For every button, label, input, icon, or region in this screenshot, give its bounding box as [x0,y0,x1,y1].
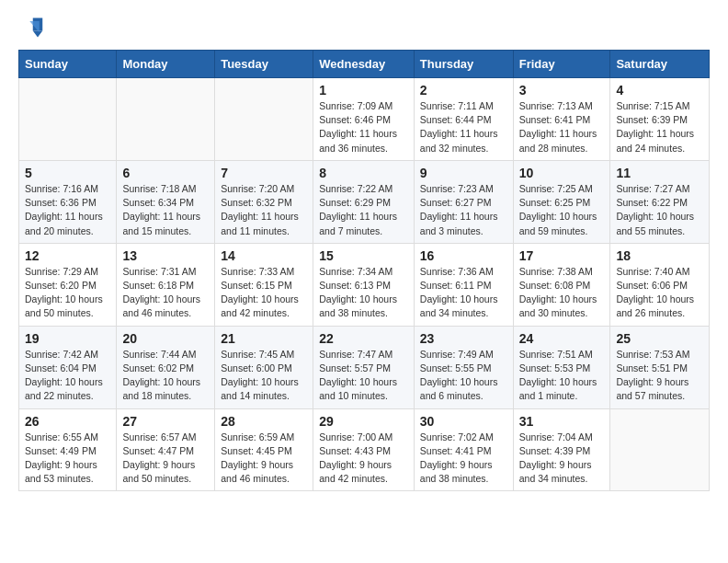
day-number: 3 [519,83,605,98]
calendar-cell: 19Sunrise: 7:42 AM Sunset: 6:04 PM Dayli… [19,326,117,408]
calendar-cell: 25Sunrise: 7:53 AM Sunset: 5:51 PM Dayli… [610,326,710,408]
day-info: Sunrise: 7:44 AM Sunset: 6:02 PM Dayligh… [122,348,209,404]
day-number: 17 [519,248,605,263]
day-number: 10 [519,166,605,180]
day-number: 4 [616,83,703,98]
day-number: 24 [519,331,605,346]
day-info: Sunrise: 7:09 AM Sunset: 6:46 PM Dayligh… [319,99,408,155]
day-info: Sunrise: 7:15 AM Sunset: 6:39 PM Dayligh… [616,99,703,155]
calendar-cell: 21Sunrise: 7:45 AM Sunset: 6:00 PM Dayli… [215,326,313,408]
day-number: 23 [420,331,507,346]
day-info: Sunrise: 7:49 AM Sunset: 5:55 PM Dayligh… [420,348,507,404]
calendar-cell: 11Sunrise: 7:27 AM Sunset: 6:22 PM Dayli… [610,160,710,243]
day-number: 22 [319,331,408,346]
calendar-cell: 31Sunrise: 7:04 AM Sunset: 4:39 PM Dayli… [513,408,610,491]
day-info: Sunrise: 7:51 AM Sunset: 5:53 PM Dayligh… [519,348,605,404]
page: SundayMondayTuesdayWednesdayThursdayFrid… [0,0,728,506]
calendar-cell: 28Sunrise: 6:59 AM Sunset: 4:45 PM Dayli… [215,408,313,491]
calendar-cell: 29Sunrise: 7:00 AM Sunset: 4:43 PM Dayli… [313,408,415,491]
calendar-cell: 26Sunrise: 6:55 AM Sunset: 4:49 PM Dayli… [19,408,117,491]
day-number: 9 [420,166,507,180]
day-info: Sunrise: 7:25 AM Sunset: 6:25 PM Dayligh… [519,182,605,238]
day-number: 25 [616,331,703,346]
week-row-2: 5Sunrise: 7:16 AM Sunset: 6:36 PM Daylig… [19,160,710,243]
day-number: 20 [122,331,209,346]
day-info: Sunrise: 7:22 AM Sunset: 6:29 PM Dayligh… [319,182,408,238]
day-number: 1 [319,83,408,98]
header [18,15,710,40]
day-info: Sunrise: 7:31 AM Sunset: 6:18 PM Dayligh… [122,265,209,321]
day-number: 29 [319,414,408,429]
day-info: Sunrise: 7:02 AM Sunset: 4:41 PM Dayligh… [420,431,507,487]
day-number: 7 [221,166,307,180]
day-info: Sunrise: 7:29 AM Sunset: 6:20 PM Dayligh… [25,265,110,321]
day-number: 31 [519,414,605,429]
day-number: 6 [122,166,209,180]
day-info: Sunrise: 7:40 AM Sunset: 6:06 PM Dayligh… [616,265,703,321]
day-info: Sunrise: 7:36 AM Sunset: 6:11 PM Dayligh… [420,265,507,321]
day-number: 16 [420,248,507,263]
weekday-header-wednesday: Wednesday [313,51,415,78]
day-info: Sunrise: 7:13 AM Sunset: 6:41 PM Dayligh… [519,99,605,155]
calendar-cell: 22Sunrise: 7:47 AM Sunset: 5:57 PM Dayli… [313,326,415,408]
day-info: Sunrise: 7:42 AM Sunset: 6:04 PM Dayligh… [25,348,110,404]
weekday-header-thursday: Thursday [414,51,513,78]
calendar-cell: 7Sunrise: 7:20 AM Sunset: 6:32 PM Daylig… [215,160,313,243]
day-number: 28 [221,414,307,429]
calendar-cell: 13Sunrise: 7:31 AM Sunset: 6:18 PM Dayli… [117,243,215,326]
day-number: 15 [319,248,408,263]
day-number: 27 [122,414,209,429]
calendar-cell: 27Sunrise: 6:57 AM Sunset: 4:47 PM Dayli… [117,408,215,491]
calendar-cell: 5Sunrise: 7:16 AM Sunset: 6:36 PM Daylig… [19,160,117,243]
calendar-cell: 9Sunrise: 7:23 AM Sunset: 6:27 PM Daylig… [414,160,513,243]
calendar-cell: 8Sunrise: 7:22 AM Sunset: 6:29 PM Daylig… [313,160,415,243]
day-number: 12 [25,248,110,263]
calendar-cell: 17Sunrise: 7:38 AM Sunset: 6:08 PM Dayli… [513,243,610,326]
day-info: Sunrise: 7:20 AM Sunset: 6:32 PM Dayligh… [221,182,307,238]
day-info: Sunrise: 7:23 AM Sunset: 6:27 PM Dayligh… [420,182,507,238]
week-row-5: 26Sunrise: 6:55 AM Sunset: 4:49 PM Dayli… [19,408,710,491]
calendar-cell: 20Sunrise: 7:44 AM Sunset: 6:02 PM Dayli… [117,326,215,408]
weekday-header-friday: Friday [513,51,610,78]
calendar-cell [610,408,710,491]
day-info: Sunrise: 7:11 AM Sunset: 6:44 PM Dayligh… [420,99,507,155]
day-info: Sunrise: 7:33 AM Sunset: 6:15 PM Dayligh… [221,265,307,321]
day-info: Sunrise: 7:47 AM Sunset: 5:57 PM Dayligh… [319,348,408,404]
weekday-header-tuesday: Tuesday [215,51,313,78]
calendar-cell: 18Sunrise: 7:40 AM Sunset: 6:06 PM Dayli… [610,243,710,326]
day-number: 11 [616,166,703,180]
week-row-3: 12Sunrise: 7:29 AM Sunset: 6:20 PM Dayli… [19,243,710,326]
calendar-cell [215,78,313,161]
day-number: 5 [25,166,110,180]
day-number: 13 [122,248,209,263]
calendar-cell: 12Sunrise: 7:29 AM Sunset: 6:20 PM Dayli… [19,243,117,326]
calendar-table: SundayMondayTuesdayWednesdayThursdayFrid… [18,50,710,491]
day-number: 2 [420,83,507,98]
day-info: Sunrise: 7:38 AM Sunset: 6:08 PM Dayligh… [519,265,605,321]
calendar-cell: 10Sunrise: 7:25 AM Sunset: 6:25 PM Dayli… [513,160,610,243]
weekday-header-row: SundayMondayTuesdayWednesdayThursdayFrid… [19,51,710,78]
day-info: Sunrise: 7:16 AM Sunset: 6:36 PM Dayligh… [25,182,110,238]
calendar-cell: 30Sunrise: 7:02 AM Sunset: 4:41 PM Dayli… [414,408,513,491]
day-info: Sunrise: 7:34 AM Sunset: 6:13 PM Dayligh… [319,265,408,321]
calendar-cell: 3Sunrise: 7:13 AM Sunset: 6:41 PM Daylig… [513,78,610,161]
weekday-header-saturday: Saturday [610,51,710,78]
day-info: Sunrise: 6:59 AM Sunset: 4:45 PM Dayligh… [221,431,307,487]
day-info: Sunrise: 7:27 AM Sunset: 6:22 PM Dayligh… [616,182,703,238]
week-row-1: 1Sunrise: 7:09 AM Sunset: 6:46 PM Daylig… [19,78,710,161]
calendar-cell: 6Sunrise: 7:18 AM Sunset: 6:34 PM Daylig… [117,160,215,243]
calendar-cell: 23Sunrise: 7:49 AM Sunset: 5:55 PM Dayli… [414,326,513,408]
day-info: Sunrise: 7:04 AM Sunset: 4:39 PM Dayligh… [519,431,605,487]
day-info: Sunrise: 7:00 AM Sunset: 4:43 PM Dayligh… [319,431,408,487]
day-info: Sunrise: 6:55 AM Sunset: 4:49 PM Dayligh… [25,431,110,487]
day-number: 30 [420,414,507,429]
day-info: Sunrise: 7:53 AM Sunset: 5:51 PM Dayligh… [616,348,703,404]
weekday-header-sunday: Sunday [19,51,117,78]
logo [18,15,48,40]
calendar-cell [117,78,215,161]
day-number: 21 [221,331,307,346]
day-number: 19 [25,331,110,346]
calendar-cell: 14Sunrise: 7:33 AM Sunset: 6:15 PM Dayli… [215,243,313,326]
calendar-cell: 2Sunrise: 7:11 AM Sunset: 6:44 PM Daylig… [414,78,513,161]
day-number: 18 [616,248,703,263]
